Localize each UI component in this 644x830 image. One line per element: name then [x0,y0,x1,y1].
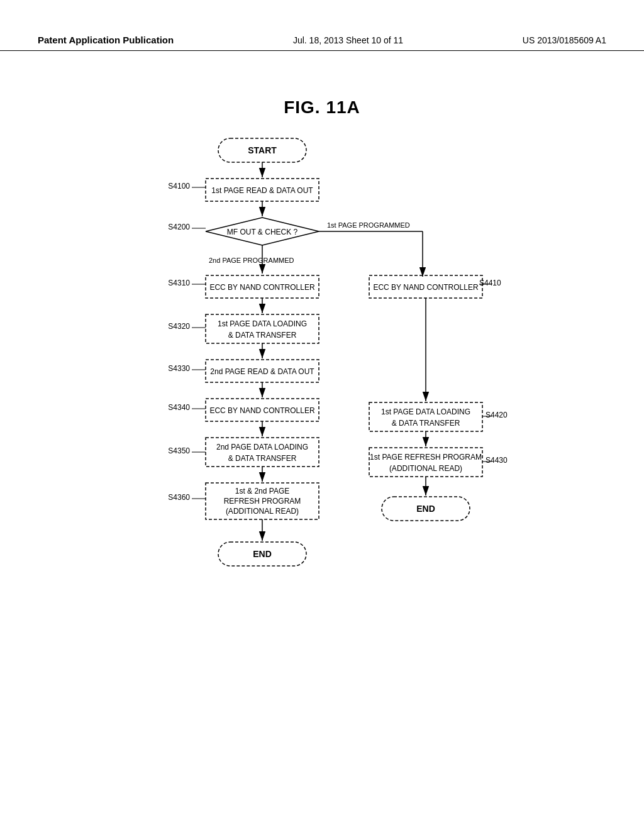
text-s4320-line2: & DATA TRANSFER [228,331,297,340]
label-s4360: S4360 [168,493,190,502]
end-label-left: END [253,549,272,559]
header-patent-number: US 2013/0185609 A1 [523,35,606,45]
text-s4420-line2: & DATA TRANSFER [392,419,460,428]
label-1st-page-programmed: 1st PAGE PROGRAMMED [327,221,410,229]
text-s4420-line1: 1st PAGE DATA LOADING [381,407,470,416]
text-s4410: ECC BY NAND CONTROLLER [373,283,478,292]
text-s4340: ECC BY NAND CONTROLLER [209,406,314,415]
header-publication: Patent Application Publication [38,35,174,45]
label-s4350: S4350 [168,446,190,455]
figure-title: FIG. 11A [284,97,360,118]
start-label: START [248,145,277,155]
flowchart-svg: START S4100 1st PAGE READ & DATA OUT S42… [108,132,536,773]
text-s4100: 1st PAGE READ & DATA OUT [211,186,313,195]
text-s4350-line1: 2nd PAGE DATA LOADING [216,443,308,451]
flowchart-diagram: START S4100 1st PAGE READ & DATA OUT S42… [108,132,536,776]
label-s4420: S4420 [486,411,508,419]
page: Patent Application Publication Jul. 18, … [0,0,644,830]
text-s4330: 2nd PAGE READ & DATA OUT [210,367,314,376]
label-s4330: S4330 [168,364,190,373]
header: Patent Application Publication Jul. 18, … [0,35,644,51]
text-s4200: MF OUT & CHECK ? [227,228,298,236]
label-2nd-page-programmed: 2nd PAGE PROGRAMMED [209,257,294,264]
label-s4340: S4340 [168,403,190,412]
text-s4360-line1: 1st & 2nd PAGE [235,487,290,495]
header-date-sheet: Jul. 18, 2013 Sheet 10 of 11 [293,35,403,45]
label-s4200: S4200 [168,223,190,231]
end-label-right: END [416,504,435,514]
text-s4360-line2: REFRESH PROGRAM [224,497,301,506]
label-s4310: S4310 [168,279,190,287]
text-s4430-line2: (ADDITIONAL READ) [389,464,462,473]
text-s4430-line1: 1st PAGE REFRESH PROGRAM [370,453,482,462]
label-s4320: S4320 [168,322,190,331]
text-s4310: ECC BY NAND CONTROLLER [209,283,314,292]
label-s4430: S4430 [486,456,508,465]
text-s4320-line1: 1st PAGE DATA LOADING [218,319,307,328]
label-s4100: S4100 [168,182,190,191]
text-s4360-line3: (ADDITIONAL READ) [226,507,299,516]
text-s4350-line2: & DATA TRANSFER [228,454,297,463]
